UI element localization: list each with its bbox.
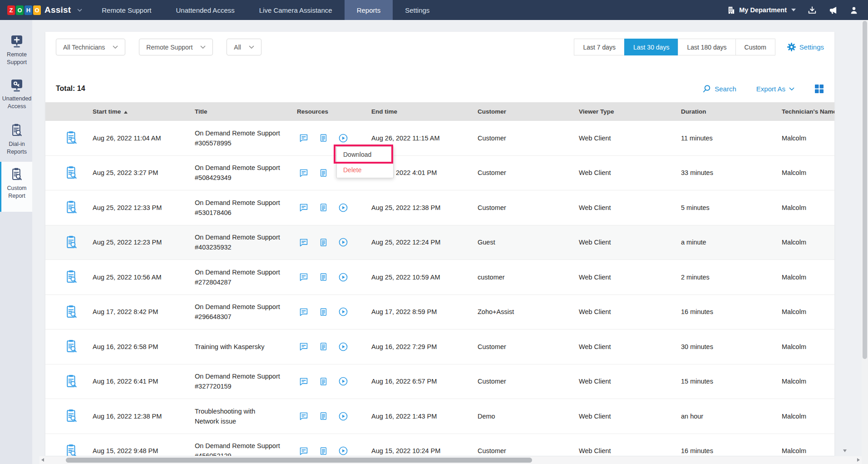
viewer-type-cell-text: Web Client	[579, 239, 611, 246]
notes-icon[interactable]	[319, 133, 328, 143]
scroll-left-arrow-icon[interactable]	[41, 458, 44, 462]
dropdown-value: Remote Support	[146, 44, 192, 51]
chat-icon[interactable]	[299, 342, 309, 351]
column-header-resources[interactable]: Resources	[297, 108, 371, 115]
chat-icon[interactable]	[299, 238, 309, 247]
filter-dropdown-all[interactable]: All	[227, 39, 261, 55]
notes-icon[interactable]	[319, 446, 328, 456]
chat-icon[interactable]	[299, 446, 309, 456]
nav-item-reports[interactable]: Reports	[345, 0, 393, 20]
recording-play-icon[interactable]	[338, 342, 348, 352]
column-header-duration[interactable]: Duration	[681, 108, 782, 115]
announcements-icon[interactable]	[829, 6, 838, 15]
notes-icon[interactable]	[319, 411, 328, 421]
title-cell: On Demand Remote Support #530178406	[195, 198, 297, 218]
range-button-last-7-days[interactable]: Last 7 days	[574, 39, 625, 55]
search-button[interactable]: Search	[703, 85, 736, 93]
notes-icon[interactable]	[319, 168, 328, 178]
department-selector[interactable]: My Department	[727, 6, 796, 15]
table-row: Aug 25, 2022 12:33 PMOn Demand Remote Su…	[45, 190, 834, 225]
filter-dropdown-all-technicians[interactable]: All Technicians	[56, 39, 125, 55]
range-button-last-180-days[interactable]: Last 180 days	[678, 39, 735, 55]
notes-icon[interactable]	[319, 377, 328, 386]
horizontal-scrollbar-thumb[interactable]	[66, 458, 532, 463]
settings-button[interactable]: Settings	[787, 43, 824, 51]
duration-cell-text: 2 minutes	[681, 274, 710, 281]
recording-play-icon[interactable]	[338, 376, 348, 386]
session-report-icon[interactable]	[65, 166, 93, 180]
chat-icon[interactable]	[299, 411, 309, 421]
nav-item-unattended-access[interactable]: Unattended Access	[163, 0, 247, 20]
session-report-icon[interactable]	[65, 200, 93, 215]
notes-icon[interactable]	[319, 342, 328, 351]
vertical-scrollbar[interactable]	[862, 20, 868, 464]
sidebar-item-label: Unattended Access	[1, 95, 32, 110]
notes-icon[interactable]	[319, 203, 328, 212]
recording-play-icon[interactable]	[338, 237, 348, 247]
column-chooser-icon[interactable]	[814, 84, 824, 94]
chat-icon[interactable]	[299, 168, 309, 178]
notes-icon[interactable]	[319, 238, 328, 247]
sidebar-item-dial-in-reports[interactable]: Dial-in Reports	[0, 118, 32, 162]
range-button-last-30-days[interactable]: Last 30 days	[624, 39, 678, 55]
column-header-title[interactable]: Title	[195, 108, 297, 115]
recording-play-icon[interactable]	[338, 446, 348, 456]
session-report-icon[interactable]	[65, 444, 93, 456]
column-header-start-time[interactable]: Start time	[93, 108, 195, 115]
nav-item-settings[interactable]: Settings	[393, 0, 442, 20]
resources-cell	[297, 237, 371, 247]
nav-item-live-camera-assistance[interactable]: Live Camera Assistance	[247, 0, 345, 20]
session-report-icon[interactable]	[65, 339, 93, 354]
chat-icon[interactable]	[299, 307, 309, 317]
context-menu-item-download[interactable]: Download	[337, 147, 393, 162]
session-report-icon[interactable]	[65, 131, 93, 145]
recording-play-icon[interactable]	[338, 411, 348, 421]
recording-play-icon[interactable]	[338, 307, 348, 317]
session-report-icon[interactable]	[65, 235, 93, 249]
main-area: All TechniciansRemote SupportAll Last 7 …	[32, 20, 868, 464]
customer-cell: Demo	[478, 413, 579, 420]
recording-play-icon[interactable]	[338, 133, 348, 143]
range-button-custom[interactable]: Custom	[735, 39, 775, 55]
context-menu-item-delete[interactable]: Delete	[337, 162, 393, 178]
chevron-down-icon	[789, 87, 794, 90]
toolbar-actions: Search Export As	[703, 84, 824, 94]
filter-dropdown-remote-support[interactable]: Remote Support	[139, 39, 213, 55]
notes-icon[interactable]	[319, 307, 328, 317]
viewer-type-cell-text: Web Client	[579, 343, 611, 350]
sidebar-item-unattended-access[interactable]: Unattended Access	[0, 74, 32, 118]
session-report-icon[interactable]	[65, 409, 93, 423]
session-report-icon[interactable]	[65, 270, 93, 284]
column-header-customer[interactable]: Customer	[478, 108, 579, 115]
viewer-type-cell-text: Web Client	[579, 274, 611, 281]
zoho-assist-logo[interactable]: ZOHO Assist	[0, 0, 89, 20]
duration-cell-text: 33 minutes	[681, 169, 713, 176]
recording-play-icon[interactable]	[338, 272, 348, 282]
recording-play-icon[interactable]	[338, 203, 348, 213]
column-header-end-time[interactable]: End time	[371, 108, 478, 115]
session-report-icon[interactable]	[65, 374, 93, 389]
sidebar-item-remote-support[interactable]: Remote Support	[0, 30, 32, 74]
end-time-cell: Aug 17, 2022 8:59 PM	[371, 308, 478, 315]
notes-icon[interactable]	[319, 272, 328, 282]
chat-icon[interactable]	[299, 203, 309, 212]
sidebar-item-custom-report[interactable]: Custom Report	[0, 162, 32, 212]
scroll-down-arrow-icon[interactable]	[843, 449, 847, 452]
chevron-down-icon[interactable]	[77, 9, 82, 12]
scroll-right-arrow-icon[interactable]	[857, 458, 860, 462]
profile-icon[interactable]	[850, 6, 858, 15]
chat-icon[interactable]	[299, 133, 309, 143]
chat-icon[interactable]	[299, 272, 309, 282]
column-header-viewer-type[interactable]: Viewer Type	[579, 108, 681, 115]
vertical-scrollbar-thumb[interactable]	[863, 21, 867, 359]
sort-ascending-icon	[124, 111, 128, 114]
horizontal-scrollbar[interactable]	[39, 456, 862, 464]
start-time-cell-text: Aug 25, 2022 12:23 PM	[93, 239, 162, 246]
export-as-button[interactable]: Export As	[756, 85, 794, 93]
nav-item-remote-support[interactable]: Remote Support	[89, 0, 163, 20]
column-header-technician-s-name[interactable]: Technician's Name	[782, 108, 834, 115]
session-report-icon[interactable]	[65, 305, 93, 319]
viewer-type-cell: Web Client	[579, 169, 681, 176]
download-icon[interactable]	[808, 6, 817, 15]
chat-icon[interactable]	[299, 377, 309, 386]
